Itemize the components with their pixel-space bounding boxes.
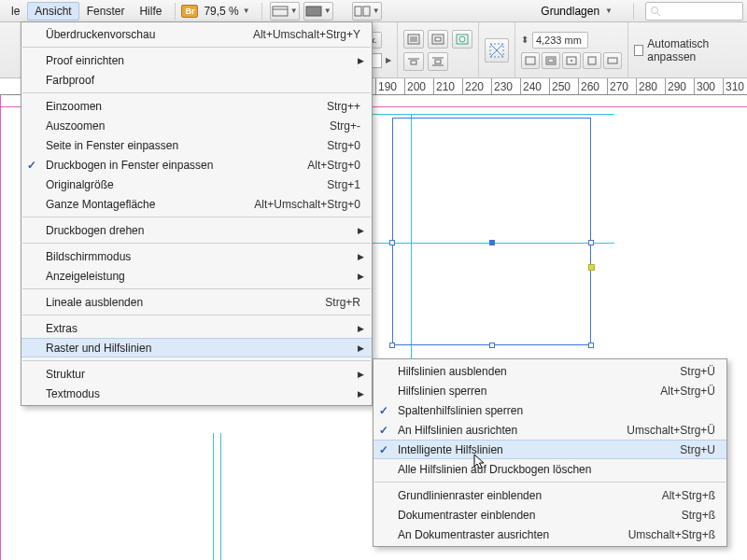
menu-row[interactable]: Struktur▶ [21, 364, 372, 384]
svg-rect-2 [306, 7, 321, 16]
column-guide [213, 433, 214, 560]
menu-row[interactable]: Dokumentraster einblendenStrg+ß [374, 505, 726, 525]
svg-line-6 [657, 13, 660, 16]
menu-row[interactable]: AuszoomenStrg+- [21, 116, 372, 135]
guides-submenu: Hilfslinien ausblendenStrg+ÜHilfslinien … [373, 358, 727, 547]
handle[interactable] [588, 343, 594, 348]
svg-rect-31 [588, 57, 596, 64]
frame-fitting-button[interactable] [485, 38, 509, 63]
screen-mode-button[interactable]: ▼ [303, 2, 333, 21]
menu-row[interactable]: Proof einrichten▶ [21, 50, 372, 70]
fit-frame-button[interactable] [542, 52, 560, 69]
search-input[interactable] [645, 2, 743, 21]
handle[interactable] [489, 343, 495, 348]
menu-row[interactable]: ✓Druckbogen in Fenster einpassenAlt+Strg… [21, 155, 372, 175]
menu-row[interactable]: Extras▶ [21, 318, 372, 338]
arrange-button[interactable]: ▼ [352, 2, 382, 21]
menu-item-fenster[interactable]: Fenster [79, 2, 133, 21]
guide [0, 95, 1, 560]
menubar: le Ansicht Fenster Hilfe Br 79,5 %▼ ▼ ▼ … [0, 0, 747, 22]
menu-row[interactable]: Hilfslinien ausblendenStrg+Ü [374, 361, 726, 381]
menu-row[interactable]: Lineale ausblendenStrg+R [21, 292, 372, 312]
fit-prop-button[interactable] [583, 52, 601, 69]
menu-row[interactable]: Druckbogen drehen▶ [21, 220, 372, 240]
svg-rect-26 [526, 57, 535, 64]
handle-live-corner[interactable] [588, 264, 595, 271]
svg-rect-32 [608, 58, 617, 63]
svg-rect-3 [355, 7, 361, 16]
handle[interactable] [489, 240, 495, 245]
zoom-level[interactable]: 79,5 %▼ [198, 5, 255, 18]
selected-frame[interactable] [392, 118, 591, 345]
menu-row[interactable]: Seite in Fenster einpassenStrg+0 [21, 135, 372, 155]
menu-item-hilfe[interactable]: Hilfe [132, 2, 169, 21]
workspace-switcher[interactable]: Grundlagen▼ [531, 2, 622, 21]
search-icon [650, 6, 661, 17]
bridge-icon[interactable]: Br [181, 5, 198, 18]
handle[interactable] [588, 240, 594, 245]
text-wrap-jump-button[interactable] [403, 52, 424, 71]
view-menu: ÜberdruckenvorschauAlt+Umschalt+Strg+YPr… [21, 21, 373, 406]
handle[interactable] [389, 240, 395, 245]
menu-row[interactable]: Farbproof [21, 70, 372, 90]
menu-item-ansicht[interactable]: Ansicht [27, 2, 78, 21]
menu-row[interactable]: Alle Hilfslinien auf Druckbogen löschen [374, 459, 726, 479]
menu-row[interactable]: OriginalgrößeStrg+1 [21, 175, 372, 194]
svg-point-30 [571, 60, 572, 62]
text-wrap-bounding-button[interactable] [428, 30, 448, 49]
menu-row[interactable]: ✓An Hilfslinien ausrichtenUmschalt+Strg+… [374, 420, 726, 440]
text-wrap-shape-button[interactable] [452, 30, 472, 49]
fill-prop-button[interactable] [603, 52, 622, 69]
measure-field[interactable]: 4,233 mm [532, 32, 588, 49]
menu-row[interactable]: ✓Spaltenhilfslinien sperren [374, 400, 726, 420]
svg-rect-22 [435, 60, 441, 63]
menu-row[interactable]: Hilfslinien sperrenAlt+Strg+Ü [374, 381, 726, 400]
menu-row[interactable]: EinzoomenStrg++ [21, 96, 372, 116]
menu-item[interactable]: le [4, 2, 27, 21]
autofit-checkbox[interactable]: Automatisch anpassen [634, 37, 741, 63]
svg-rect-15 [435, 37, 441, 41]
menu-row[interactable]: An Dokumentraster ausrichtenUmschalt+Str… [374, 525, 726, 544]
menu-row[interactable]: Ganze MontageflächeAlt+Umschalt+Strg+0 [21, 194, 372, 214]
svg-point-5 [652, 7, 658, 13]
svg-rect-0 [273, 7, 288, 16]
column-guide [220, 433, 221, 560]
text-wrap-skip-button[interactable] [428, 52, 448, 71]
menu-row[interactable]: Anzeigeleistung▶ [21, 266, 372, 286]
fit-content-button[interactable] [521, 52, 540, 69]
svg-rect-4 [363, 7, 370, 16]
menu-row[interactable]: ÜberdruckenvorschauAlt+Umschalt+Strg+Y [21, 24, 372, 44]
menu-row[interactable]: Grundlinienraster einblendenAlt+Strg+ß [374, 485, 726, 505]
svg-rect-14 [432, 35, 444, 44]
svg-point-17 [459, 36, 465, 42]
svg-rect-19 [411, 61, 416, 64]
center-content-button[interactable] [562, 52, 581, 69]
menu-row[interactable]: ✓Intelligente HilfslinienStrg+U [374, 440, 726, 459]
text-wrap-button[interactable] [403, 30, 424, 49]
menu-row[interactable]: Raster und Hilfslinien▶ [21, 338, 372, 357]
guide [372, 114, 614, 115]
handle[interactable] [389, 343, 395, 348]
svg-rect-28 [548, 59, 554, 63]
view-options-button[interactable]: ▼ [270, 2, 300, 21]
menu-row[interactable]: Textmodus▶ [21, 384, 372, 403]
menu-row[interactable]: Bildschirmmodus▶ [21, 246, 372, 266]
